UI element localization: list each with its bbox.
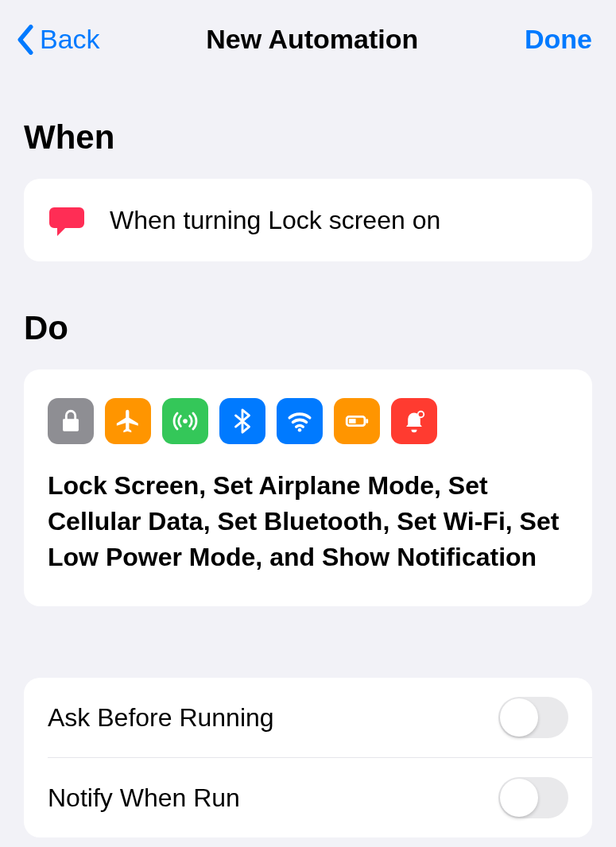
cellular-icon: [162, 398, 208, 444]
done-button[interactable]: Done: [525, 24, 592, 55]
page-title: New Automation: [100, 24, 525, 55]
do-card[interactable]: Lock Screen, Set Airplane Mode, Set Cell…: [24, 369, 592, 606]
back-label: Back: [40, 24, 100, 55]
ask-before-running-toggle[interactable]: [498, 697, 568, 738]
notify-when-run-row: Notify When Run: [48, 757, 592, 837]
chevron-left-icon: [16, 25, 35, 55]
svg-point-6: [419, 412, 424, 417]
chat-bubble-icon: [48, 201, 86, 239]
ask-before-running-row: Ask Before Running: [24, 678, 592, 757]
notify-when-run-toggle[interactable]: [498, 777, 568, 818]
do-section-label: Do: [24, 309, 592, 347]
ask-before-running-label: Ask Before Running: [48, 703, 274, 733]
svg-point-0: [183, 419, 188, 424]
wifi-icon: [277, 398, 323, 444]
back-button[interactable]: Back: [16, 24, 100, 55]
do-actions-text: Lock Screen, Set Airplane Mode, Set Cell…: [48, 468, 568, 574]
when-section-label: When: [24, 118, 592, 157]
lock-icon: [48, 398, 94, 444]
header: Back New Automation Done: [0, 0, 616, 71]
svg-rect-3: [366, 419, 368, 424]
bell-icon: [391, 398, 437, 444]
svg-point-1: [298, 428, 302, 432]
airplane-icon: [105, 398, 151, 444]
battery-icon: [334, 398, 380, 444]
svg-rect-4: [349, 419, 356, 424]
bluetooth-icon: [219, 398, 265, 444]
notify-when-run-label: Notify When Run: [48, 783, 240, 813]
action-icon-row: [48, 398, 568, 444]
when-card[interactable]: When turning Lock screen on: [24, 179, 592, 261]
when-trigger-text: When turning Lock screen on: [110, 206, 440, 235]
options-card: Ask Before Running Notify When Run: [24, 678, 592, 837]
